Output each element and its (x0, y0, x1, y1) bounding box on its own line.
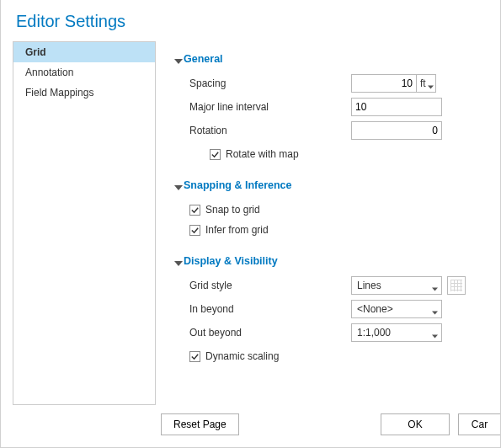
row-in-beyond: In beyond <None> (174, 299, 500, 319)
infer-from-grid-label: Infer from grid (205, 224, 269, 236)
snap-to-grid-label: Snap to grid (205, 204, 260, 216)
grid-swatch-icon (450, 280, 462, 291)
chevron-down-icon (174, 259, 180, 264)
svg-marker-6 (432, 334, 438, 338)
dynamic-scaling-label: Dynamic scaling (205, 350, 279, 362)
row-spacing: Spacing ft (174, 73, 500, 93)
rotate-with-map-checkbox[interactable] (210, 149, 221, 160)
section-title: General (184, 53, 223, 65)
row-rotation: Rotation (174, 120, 500, 141)
infer-from-grid-checkbox[interactable] (189, 225, 200, 236)
svg-marker-0 (174, 59, 183, 64)
section-header-display[interactable]: Display & Visibility (174, 255, 500, 267)
svg-marker-2 (174, 185, 183, 190)
section-header-general[interactable]: General (174, 53, 500, 65)
row-snap-to-grid: Snap to grid (174, 200, 500, 220)
chevron-down-icon (432, 307, 438, 312)
in-beyond-label: In beyond (174, 303, 351, 315)
chevron-down-icon (174, 183, 180, 189)
rotation-label: Rotation (174, 125, 351, 136)
out-beyond-value: 1:1,000 (357, 327, 391, 339)
dialog-title: Editor Settings (1, 0, 500, 38)
content-panel: General Spacing ft Major line interval (156, 41, 500, 405)
reset-page-button[interactable]: Reset Page (161, 413, 239, 435)
dialog-footer: Reset Page OK Car (1, 405, 500, 447)
row-major-interval: Major line interval (174, 97, 500, 117)
row-infer-from-grid: Infer from grid (174, 220, 500, 240)
out-beyond-dropdown[interactable]: 1:1,000 (351, 323, 442, 342)
row-out-beyond: Out beyond 1:1,000 (174, 323, 500, 343)
grid-style-dropdown[interactable]: Lines (351, 276, 442, 295)
svg-marker-5 (432, 311, 438, 314)
sidebar-item-grid[interactable]: Grid (13, 42, 155, 62)
spacing-unit-value: ft (420, 77, 426, 89)
sidebar-item-field-mappings[interactable]: Field Mappings (13, 83, 155, 103)
chevron-down-icon (428, 81, 434, 87)
major-interval-input[interactable] (351, 98, 442, 116)
svg-marker-3 (174, 261, 183, 266)
grid-style-preview-button[interactable] (447, 276, 466, 295)
spacing-unit-dropdown[interactable]: ft (417, 74, 436, 93)
chevron-down-icon (432, 283, 438, 289)
svg-marker-4 (432, 287, 438, 291)
snap-to-grid-checkbox[interactable] (189, 205, 200, 216)
section-header-snapping[interactable]: Snapping & Inference (174, 179, 500, 191)
spacing-label: Spacing (174, 77, 351, 89)
row-rotate-with-map: Rotate with map (174, 144, 500, 164)
dynamic-scaling-checkbox[interactable] (189, 351, 200, 362)
major-interval-label: Major line interval (174, 101, 351, 113)
ok-button[interactable]: OK (381, 413, 450, 435)
grid-style-label: Grid style (174, 280, 351, 291)
section-title: Snapping & Inference (184, 179, 292, 191)
sidebar-item-label: Grid (25, 46, 46, 58)
rotation-input[interactable] (351, 121, 442, 140)
rotate-with-map-label: Rotate with map (226, 148, 299, 160)
cancel-button[interactable]: Car (458, 413, 500, 435)
in-beyond-dropdown[interactable]: <None> (351, 300, 442, 318)
row-dynamic-scaling: Dynamic scaling (174, 346, 500, 366)
row-grid-style: Grid style Lines (174, 275, 500, 296)
chevron-down-icon (174, 56, 180, 62)
sidebar-item-annotation[interactable]: Annotation (13, 62, 155, 83)
dialog-body: Grid Annotation Field Mappings General S… (1, 38, 500, 405)
chevron-down-icon (432, 330, 438, 336)
section-title: Display & Visibility (184, 255, 278, 267)
editor-settings-dialog: Editor Settings Grid Annotation Field Ma… (0, 0, 501, 448)
grid-style-value: Lines (357, 280, 381, 291)
sidebar-item-label: Field Mappings (25, 87, 93, 99)
spacing-input[interactable] (351, 74, 417, 93)
out-beyond-label: Out beyond (174, 327, 351, 339)
sidebar: Grid Annotation Field Mappings (13, 41, 156, 405)
sidebar-item-label: Annotation (25, 67, 73, 78)
svg-marker-1 (428, 85, 434, 88)
in-beyond-value: <None> (357, 303, 393, 315)
